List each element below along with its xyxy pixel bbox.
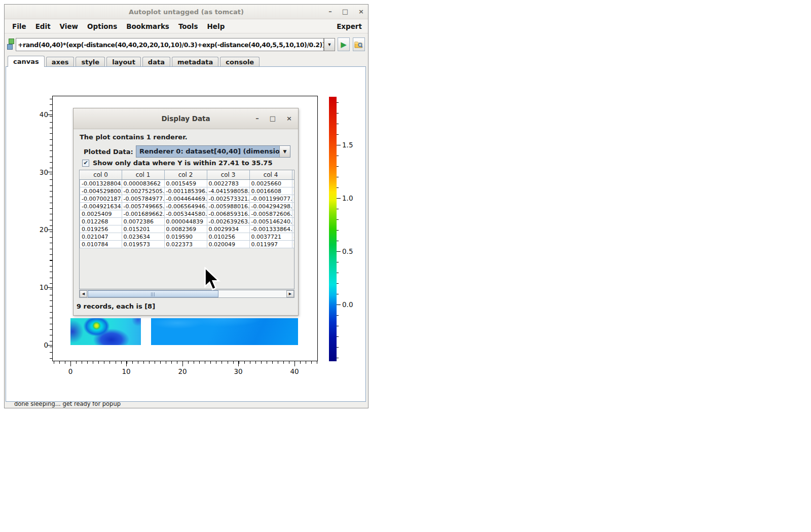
table-cell[interactable]: 0.00	[292, 241, 294, 248]
table-cell[interactable]: -0.0	[292, 225, 294, 233]
table-cell[interactable]: -0.006859316...	[207, 210, 249, 218]
menu-item[interactable]: Bookmarks	[122, 22, 174, 30]
column-header[interactable]: col 2	[164, 170, 207, 180]
uri-dropdown-button[interactable]: ▼	[324, 38, 335, 51]
table-cell[interactable]: -0.0	[292, 203, 294, 210]
table-cell[interactable]: 0.0072386	[122, 218, 164, 225]
table-cell[interactable]: -0.001333864...	[249, 225, 292, 233]
menu-item[interactable]: Options	[83, 22, 122, 30]
table-cell[interactable]: 0.022373	[164, 241, 207, 248]
table-cell[interactable]: -0.0	[292, 218, 294, 225]
table-cell[interactable]: 0.019256	[80, 225, 122, 233]
menu-item[interactable]: Help	[203, 22, 230, 30]
close-icon[interactable]: ×	[358, 5, 364, 19]
table-cell[interactable]: -0.004294298...	[249, 203, 292, 210]
table-cell[interactable]: 0.0029934	[207, 225, 249, 233]
column-header[interactable]: col 1	[122, 170, 164, 180]
table-cell[interactable]: -0.001328804...	[80, 180, 122, 187]
column-header[interactable]: col 0	[80, 170, 122, 180]
maximize-icon[interactable]: □	[342, 5, 348, 19]
table-cell[interactable]: -0.002639263...	[207, 218, 249, 225]
table-cell[interactable]: 0.0025660	[249, 180, 292, 187]
table-cell[interactable]: 0.000083662	[122, 180, 164, 187]
table-cell[interactable]: 0.019590	[164, 233, 207, 241]
column-header[interactable]: col 4	[249, 170, 292, 180]
scroll-left-icon[interactable]: ◀	[80, 290, 87, 297]
table-cell[interactable]: 0.012268	[80, 218, 122, 225]
tab[interactable]: console	[220, 57, 260, 67]
colorbar[interactable]	[329, 97, 337, 361]
table-cell[interactable]: -0.002573321...	[207, 195, 249, 203]
scrollbar-thumb[interactable]	[88, 290, 218, 297]
table-cell[interactable]: 0.023634	[122, 233, 164, 241]
table-cell[interactable]: 0.019573	[122, 241, 164, 248]
table-cell[interactable]: -0.004921634...	[80, 203, 122, 210]
tab[interactable]: style	[76, 57, 105, 67]
horizontal-scrollbar[interactable]: ◀ ▶	[79, 290, 294, 298]
table-cell[interactable]: 0.0015459	[164, 180, 207, 187]
title-bar[interactable]: Autoplot untagged (as tomcat) – □ ×	[5, 5, 368, 19]
column-header[interactable]	[292, 170, 294, 180]
minimize-icon[interactable]: –	[328, 5, 332, 19]
table-cell[interactable]: -0.004464469...	[164, 195, 207, 203]
table-cell[interactable]: -0.001689662...	[122, 210, 164, 218]
table-cell[interactable]: -0.005749665...	[122, 203, 164, 210]
table-cell[interactable]: 0.020049	[207, 241, 249, 248]
column-header[interactable]: col 3	[207, 170, 249, 180]
dialog-close-icon[interactable]: ×	[286, 108, 292, 129]
table-cell[interactable]: -0.0	[292, 233, 294, 241]
table-cell[interactable]: 0.0022783	[207, 180, 249, 187]
table-cell[interactable]: -0.006564946...	[164, 203, 207, 210]
heatmap-strip-right[interactable]	[151, 318, 298, 345]
table-cell[interactable]: -0.001185396...	[164, 187, 207, 195]
table-cell[interactable]: -0.005872606...	[249, 210, 292, 218]
table-cell[interactable]: 0.0082369	[164, 225, 207, 233]
inspect-uri-button[interactable]	[353, 37, 365, 51]
uri-input[interactable]: +rand(40,40)*(exp(-distance(40,40,20,20,…	[16, 38, 324, 51]
tab[interactable]: metadata	[172, 57, 218, 67]
menu-item[interactable]: View	[55, 22, 83, 30]
go-button[interactable]: ▶	[338, 37, 350, 51]
table-cell[interactable]: 0.000044839	[164, 218, 207, 225]
table-cell[interactable]: -0.005344580...	[164, 210, 207, 218]
tab[interactable]: layout	[106, 57, 141, 67]
expert-menu[interactable]: Expert	[337, 22, 362, 30]
tab[interactable]: canvas	[8, 56, 45, 67]
table-cell[interactable]: -0.0	[292, 210, 294, 218]
table-cell[interactable]: 0.021047	[80, 233, 122, 241]
table-cell[interactable]: -0.007002187...	[80, 195, 122, 203]
table-cell[interactable]: -4.041598058...	[207, 187, 249, 195]
table-cell[interactable]: 0.00	[292, 180, 294, 187]
table-cell[interactable]: 0.0037721	[249, 233, 292, 241]
table-cell[interactable]: 0.0016608	[249, 187, 292, 195]
menu-item[interactable]: File	[8, 22, 31, 30]
chevron-down-icon[interactable]: ▼	[279, 146, 290, 157]
table-cell[interactable]: 0.010784	[80, 241, 122, 248]
table-cell[interactable]: 0.00	[292, 187, 294, 195]
table-cell[interactable]: 0.00	[292, 195, 294, 203]
plotted-data-combobox[interactable]: Renderer 0: dataset[40,40] (dimension...…	[136, 145, 290, 158]
scrollbar-track[interactable]	[218, 290, 287, 297]
table-cell[interactable]: -0.004529800...	[80, 187, 122, 195]
scroll-right-icon[interactable]: ▶	[286, 290, 294, 297]
tab[interactable]: axes	[46, 57, 75, 67]
table-cell[interactable]: -0.005784977...	[122, 195, 164, 203]
table-cell[interactable]: -0.005146240...	[249, 218, 292, 225]
filter-checkbox-label[interactable]: Show only data where Y is within 27.41 t…	[93, 159, 272, 167]
table-cell[interactable]: 0.010256	[207, 233, 249, 241]
table-cell[interactable]: -0.005988016...	[207, 203, 249, 210]
table-cell[interactable]: -0.001199077...	[249, 195, 292, 203]
table-cell[interactable]: 0.011997	[249, 241, 292, 248]
dialog-maximize-icon[interactable]: □	[270, 108, 276, 129]
menu-item[interactable]: Tools	[174, 22, 203, 30]
table-cell[interactable]: 0.0025409	[80, 210, 122, 218]
tab[interactable]: data	[142, 57, 170, 67]
dialog-minimize-icon[interactable]: –	[255, 108, 259, 129]
filter-checkbox[interactable]: ✔	[82, 160, 89, 167]
dialog-title-bar[interactable]: Display Data – □ ×	[73, 108, 298, 129]
data-table-viewport[interactable]: col 0col 1col 2col 3col 4 -0.001328804..…	[79, 170, 294, 289]
menu-item[interactable]: Edit	[31, 22, 55, 30]
table-cell[interactable]: 0.015201	[122, 225, 164, 233]
heatmap-strip-left[interactable]	[70, 318, 141, 345]
table-cell[interactable]: -0.002752505...	[122, 187, 164, 195]
